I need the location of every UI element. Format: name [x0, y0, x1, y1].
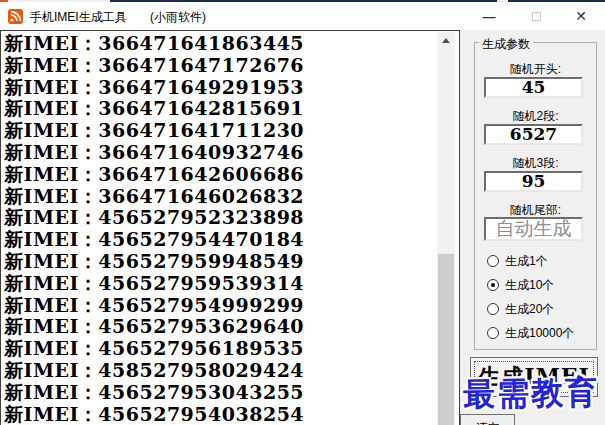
random-tail-input[interactable]: 自动生成 — [484, 217, 583, 241]
title-bar: 手机IMEI生成工具 (小雨软件) — ✕ — [0, 2, 605, 30]
vertical-scrollbar[interactable] — [437, 32, 455, 425]
random-seg2-input[interactable]: 6527 — [484, 124, 583, 145]
imei-line: 新IMEI：366471649291953 — [4, 77, 434, 99]
maximize-icon — [532, 12, 541, 21]
radio-label: 生成10个 — [505, 277, 554, 294]
radio-generate-10[interactable]: 生成10个 — [487, 277, 595, 293]
imei-line: 新IMEI：456527954999299 — [4, 295, 434, 317]
random-seg3-label: 随机3段: — [474, 155, 597, 172]
imei-line: 新IMEI：456527953629640 — [4, 316, 434, 338]
maximize-button[interactable] — [519, 2, 553, 30]
radio-icon — [487, 303, 499, 315]
minimize-button[interactable]: — — [472, 2, 506, 30]
imei-line: 新IMEI：456527954470184 — [4, 229, 434, 251]
radio-label: 生成20个 — [505, 301, 554, 318]
random-seg3-input[interactable]: 95 — [484, 171, 583, 192]
radio-generate-20[interactable]: 生成20个 — [487, 301, 595, 317]
imei-line: 新IMEI：366471642606686 — [4, 164, 434, 186]
clear-button[interactable]: 清空 — [460, 414, 515, 425]
scrollbar-thumb[interactable] — [438, 254, 454, 425]
imei-line: 新IMEI：366471641711230 — [4, 120, 434, 142]
radio-icon — [487, 327, 499, 339]
radio-generate-10000[interactable]: 生成10000个 — [487, 325, 595, 341]
imei-line: 新IMEI：456527959948549 — [4, 251, 434, 273]
imei-line: 新IMEI：456527959539314 — [4, 273, 434, 295]
groupbox-title: 生成参数 — [479, 36, 533, 53]
rss-app-icon — [8, 9, 23, 24]
imei-line: 新IMEI：366471641863445 — [4, 33, 434, 55]
imei-line: 新IMEI：456527953043255 — [4, 382, 434, 404]
scrollbar-up-icon — [442, 38, 450, 43]
button-focus-rect — [474, 361, 594, 393]
radio-label: 生成10000个 — [505, 325, 574, 342]
imei-output-textarea[interactable]: 新IMEI：366471641863445 新IMEI：366471647172… — [0, 30, 460, 425]
imei-line: 新IMEI：366471647172676 — [4, 55, 434, 77]
random-start-label: 随机开头: — [474, 61, 597, 78]
imei-line: 新IMEI：458527958029424 — [4, 360, 434, 382]
imei-line: 新IMEI：366471642815691 — [4, 98, 434, 120]
random-seg2-label: 随机2段: — [474, 108, 597, 125]
generate-imei-button[interactable]: 生成IMEI — [470, 357, 598, 397]
imei-line: 新IMEI：366471640932746 — [4, 142, 434, 164]
radio-icon — [487, 279, 499, 291]
imei-line: 新IMEI：456527954038254 — [4, 404, 434, 425]
imei-line: 新IMEI：366471646026832 — [4, 186, 434, 208]
radio-generate-1[interactable]: 生成1个 — [487, 253, 595, 269]
radio-label: 生成1个 — [505, 253, 548, 270]
radio-icon — [487, 255, 499, 267]
window-subtitle: (小雨软件) — [150, 9, 206, 26]
imei-line: 新IMEI：456527956189535 — [4, 338, 434, 360]
close-button[interactable]: ✕ — [564, 2, 598, 30]
random-start-input[interactable]: 45 — [484, 77, 583, 98]
imei-list: 新IMEI：366471641863445 新IMEI：366471647172… — [4, 33, 434, 425]
scrollbar-up-button[interactable] — [437, 32, 455, 49]
window-title: 手机IMEI生成工具 — [30, 9, 127, 26]
imei-line: 新IMEI：456527952323898 — [4, 207, 434, 229]
